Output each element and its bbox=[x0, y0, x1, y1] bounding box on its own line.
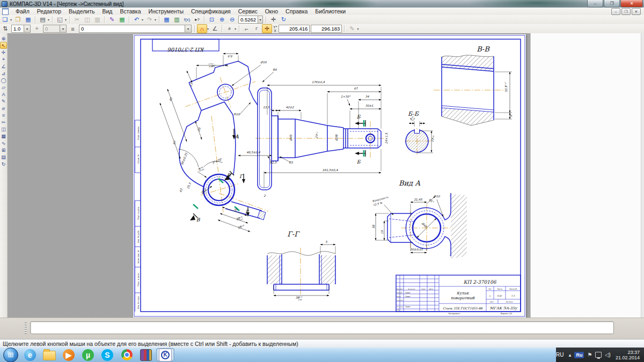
zoom-out-icon[interactable]: ⊖ bbox=[227, 15, 237, 24]
dimension-text[interactable]: Ланис bbox=[405, 295, 411, 298]
property-bar-grip[interactable] bbox=[25, 322, 27, 334]
taskbar-app-chrome[interactable] bbox=[118, 348, 136, 361]
dimension-text[interactable]: Ланис bbox=[405, 306, 411, 308]
dimension-text[interactable]: Подп. и дата bbox=[137, 273, 140, 286]
combo-value[interactable]: 1.0 bbox=[12, 26, 24, 32]
combo-dropdown-icon[interactable]: ▾ bbox=[185, 25, 191, 32]
dimension-text[interactable]: 90±0,25 bbox=[180, 152, 188, 166]
dimension-text[interactable]: 13 bbox=[189, 83, 193, 87]
spline-tool-icon[interactable]: ∿ bbox=[0, 139, 7, 146]
dimension-text[interactable]: Ø45 bbox=[289, 135, 292, 141]
dimension-text[interactable]: Копировал bbox=[448, 312, 460, 315]
menu-item-файл[interactable]: Файл bbox=[12, 8, 33, 14]
taskbar-app-media-player[interactable]: ▶ bbox=[60, 348, 78, 361]
menu-item-вставка[interactable]: Вставка bbox=[116, 8, 144, 14]
dimension-text[interactable]: 38 bbox=[372, 225, 375, 228]
dimension-text[interactable]: Утв. bbox=[397, 309, 400, 311]
dimension-text[interactable]: 2 bbox=[264, 194, 266, 197]
dimension-text[interactable]: № докум. bbox=[408, 288, 415, 290]
dimension-text[interactable]: Листов 1 bbox=[506, 301, 513, 303]
refresh-tool-icon[interactable]: ↻ bbox=[0, 160, 7, 167]
dimension-text[interactable]: Г-Г bbox=[287, 230, 300, 238]
dimension-text[interactable]: 97 bbox=[172, 139, 177, 145]
close-button[interactable]: ✕ bbox=[620, 0, 643, 8]
menu-item-справка[interactable]: Справка bbox=[282, 8, 311, 14]
combo-dropdown-icon[interactable]: ▾ bbox=[24, 25, 30, 32]
dimension-text[interactable]: Масштаб bbox=[509, 288, 517, 290]
dimension-text[interactable]: Дата bbox=[429, 288, 433, 290]
dimension-text[interactable]: 42±2 bbox=[286, 106, 294, 109]
undo-icon[interactable]: ↶ bbox=[131, 15, 142, 24]
dimension-text[interactable]: Вид А bbox=[399, 179, 420, 187]
select-tool-icon[interactable]: ↖ bbox=[0, 42, 7, 49]
paste-icon[interactable]: ▥ bbox=[92, 15, 103, 24]
combo-dropdown-icon[interactable]: ▾ bbox=[60, 25, 66, 32]
dimension-text[interactable]: 161,5±0,4 bbox=[322, 168, 338, 172]
dimension-text[interactable]: 30±1 bbox=[365, 104, 374, 107]
taskbar-app-utorrent[interactable]: µ bbox=[79, 348, 97, 361]
dimension-text[interactable]: 176±0,4 bbox=[312, 80, 325, 84]
menu-item-инструменты[interactable]: Инструменты bbox=[145, 8, 187, 14]
mdi-restore-button[interactable]: ❐ bbox=[621, 8, 631, 15]
toolbar-combo[interactable]: 0▾ bbox=[43, 25, 67, 33]
circle-tool-icon[interactable]: ◯ bbox=[0, 77, 7, 84]
mdi-close-button[interactable]: ✕ bbox=[632, 8, 641, 15]
refresh-view-icon[interactable]: ↻ bbox=[279, 15, 289, 24]
grid-tool-icon[interactable]: ⊞ bbox=[0, 146, 7, 153]
target-tool-icon[interactable]: ⌖ bbox=[0, 56, 7, 63]
dimension-text[interactable]: 30±0,05 bbox=[410, 248, 423, 251]
grid-icon[interactable]: # bbox=[224, 24, 235, 33]
fx-icon[interactable]: f(x) bbox=[182, 15, 192, 24]
dimension-text[interactable]: +0,17 bbox=[504, 82, 507, 87]
zoom-tool-icon[interactable]: ⊕ bbox=[0, 35, 7, 42]
calculator-icon[interactable]: ▦ bbox=[162, 15, 172, 24]
dimension-text[interactable]: 21,45 bbox=[414, 198, 422, 201]
layers-icon[interactable]: ≡ bbox=[68, 24, 78, 33]
dimension-text[interactable]: R10 bbox=[434, 195, 440, 198]
coordinate-field[interactable]: 296.183 bbox=[311, 25, 342, 33]
toolbar-combo[interactable]: 0▾ bbox=[79, 25, 192, 33]
dimension-text[interactable]: 1:1 bbox=[511, 294, 515, 297]
macro-record-icon[interactable]: ✎ bbox=[347, 24, 357, 33]
drawing-sheet[interactable]: КП 2-370106Перв. примен.Справ. №Подп. и … bbox=[133, 34, 526, 317]
dimension-text[interactable]: 34 bbox=[365, 95, 369, 98]
new-icon[interactable]: ❏ bbox=[0, 15, 10, 24]
dimension-text[interactable]: +0,17 bbox=[208, 63, 214, 65]
dimension-text[interactable]: 45° bbox=[428, 198, 435, 204]
copy-style-icon[interactable]: ✎ bbox=[107, 15, 117, 24]
dimension-text[interactable]: +0,08 bbox=[239, 224, 245, 228]
toolbar-combo[interactable]: 0.5262▾ bbox=[238, 16, 263, 24]
minimize-button[interactable]: ‒ bbox=[587, 0, 603, 8]
angle-tool-icon[interactable]: ∠ bbox=[0, 63, 7, 70]
dimension-text[interactable]: 20 bbox=[197, 127, 201, 132]
dimension-text[interactable]: Перв. примен. bbox=[137, 126, 140, 141]
dimension-text[interactable]: Б bbox=[357, 159, 361, 165]
dimension-text[interactable]: 8,6 bbox=[228, 55, 232, 58]
dimension-text[interactable]: 3°±20' bbox=[211, 158, 223, 165]
dimension-text[interactable]: Взам. инв. № bbox=[137, 250, 140, 264]
preview-icon[interactable]: ◱ bbox=[55, 15, 65, 24]
dimension-text[interactable]: 48,5±0,4 bbox=[246, 151, 260, 154]
open-icon[interactable]: ❐ bbox=[13, 15, 23, 24]
dimension-text[interactable]: у bbox=[489, 294, 491, 297]
taskbar-app-skype[interactable]: S bbox=[98, 348, 116, 361]
dimension-text[interactable]: R2,5 bbox=[270, 161, 277, 164]
redo-icon[interactable]: ↷ bbox=[144, 15, 155, 24]
polygon-tool-icon[interactable]: ▱ bbox=[0, 84, 7, 91]
dimension-text[interactable]: Разраб. bbox=[397, 292, 402, 294]
dimension-text[interactable]: 45 bbox=[169, 97, 173, 102]
dimension-text[interactable]: Подп. bbox=[421, 288, 426, 290]
menu-item-редактор[interactable]: Редактор bbox=[33, 8, 65, 14]
combo-value[interactable]: 0 bbox=[79, 26, 185, 32]
dimension-text[interactable]: Ø16 bbox=[260, 61, 267, 64]
dimension-text[interactable]: Изм. bbox=[396, 288, 400, 290]
dimension-text[interactable]: Б bbox=[357, 114, 361, 120]
ortho-mode-icon[interactable]: Г bbox=[252, 24, 262, 33]
menu-item-спецификация[interactable]: Спецификация bbox=[187, 8, 235, 14]
dimension-text[interactable]: -1 bbox=[270, 108, 272, 110]
dimension-text[interactable]: 1×30° bbox=[341, 95, 351, 98]
dimension-text[interactable]: В-В bbox=[477, 45, 490, 53]
dimension-text[interactable]: поворотный bbox=[451, 296, 475, 300]
dimension-text[interactable]: Масса bbox=[497, 288, 502, 290]
variables-icon[interactable]: ▥ bbox=[172, 15, 182, 24]
